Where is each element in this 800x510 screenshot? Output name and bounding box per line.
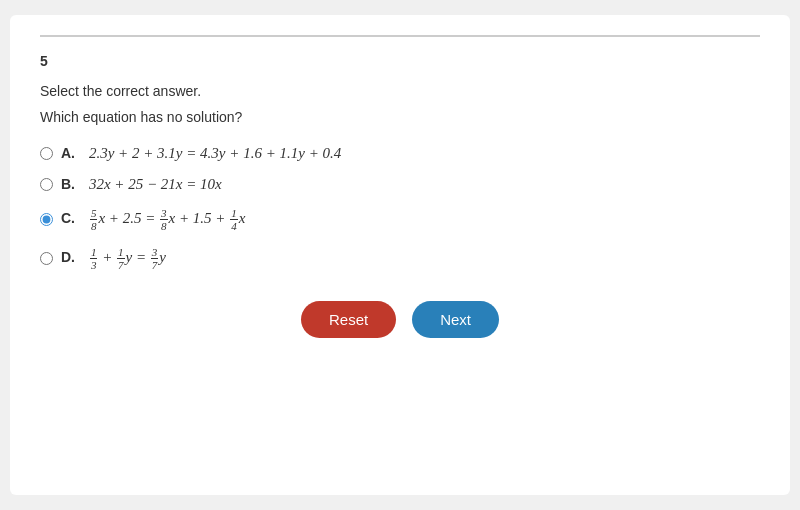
option-C-math: 58x + 2.5 = 38x + 1.5 + 14x bbox=[89, 210, 246, 226]
frac-1-4: 14 bbox=[230, 207, 238, 232]
option-C[interactable]: C. 58x + 2.5 = 38x + 1.5 + 14x bbox=[40, 207, 760, 232]
option-B-math: 32x + 25 − 21x = 10x bbox=[89, 176, 222, 192]
option-B-letter: B. bbox=[61, 176, 75, 192]
question-text: Which equation has no solution? bbox=[40, 109, 760, 125]
option-B-label[interactable]: B. 32x + 25 − 21x = 10x bbox=[61, 176, 222, 193]
options-list: A. 2.3y + 2 + 3.1y = 4.3y + 1.6 + 1.1y +… bbox=[40, 145, 760, 271]
frac-1-7: 17 bbox=[117, 246, 125, 271]
frac-3-7: 37 bbox=[151, 246, 159, 271]
option-C-label[interactable]: C. 58x + 2.5 = 38x + 1.5 + 14x bbox=[61, 207, 245, 232]
option-A-math: 2.3y + 2 + 3.1y = 4.3y + 1.6 + 1.1y + 0.… bbox=[89, 145, 341, 161]
reset-button[interactable]: Reset bbox=[301, 301, 396, 338]
top-divider bbox=[40, 35, 760, 37]
radio-B[interactable] bbox=[40, 178, 53, 191]
option-A[interactable]: A. 2.3y + 2 + 3.1y = 4.3y + 1.6 + 1.1y +… bbox=[40, 145, 760, 162]
option-D-math: 13 + 17y = 37y bbox=[89, 249, 166, 265]
frac-3-8: 38 bbox=[160, 207, 168, 232]
action-buttons: Reset Next bbox=[40, 301, 760, 338]
option-C-letter: C. bbox=[61, 210, 75, 226]
option-A-letter: A. bbox=[61, 145, 75, 161]
next-button[interactable]: Next bbox=[412, 301, 499, 338]
option-A-label[interactable]: A. 2.3y + 2 + 3.1y = 4.3y + 1.6 + 1.1y +… bbox=[61, 145, 341, 162]
option-D[interactable]: D. 13 + 17y = 37y bbox=[40, 246, 760, 271]
instruction-text: Select the correct answer. bbox=[40, 83, 760, 99]
question-number: 5 bbox=[40, 53, 760, 69]
frac-1-3: 13 bbox=[90, 246, 98, 271]
radio-C[interactable] bbox=[40, 213, 53, 226]
question-card: 5 Select the correct answer. Which equat… bbox=[10, 15, 790, 495]
frac-5-8: 58 bbox=[90, 207, 98, 232]
radio-A[interactable] bbox=[40, 147, 53, 160]
option-D-label[interactable]: D. 13 + 17y = 37y bbox=[61, 246, 166, 271]
option-B[interactable]: B. 32x + 25 − 21x = 10x bbox=[40, 176, 760, 193]
option-D-letter: D. bbox=[61, 249, 75, 265]
radio-D[interactable] bbox=[40, 252, 53, 265]
